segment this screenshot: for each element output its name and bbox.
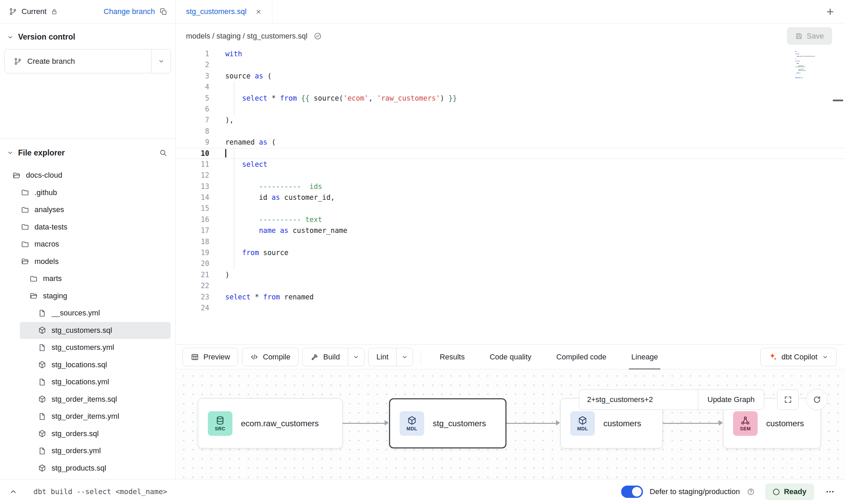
update-graph-button[interactable]: Update Graph xyxy=(698,389,764,410)
code-text xyxy=(209,203,225,214)
save-icon xyxy=(795,32,803,40)
tree-item-label: __sources.yml xyxy=(52,309,100,317)
code-line-23[interactable]: 23select * from renamed xyxy=(176,292,845,302)
copy-icon[interactable] xyxy=(159,8,167,16)
tree-item-macros[interactable]: macros xyxy=(0,236,175,253)
folder-icon xyxy=(29,275,38,283)
build-button[interactable]: Build xyxy=(302,348,348,366)
indent-guide xyxy=(234,148,234,270)
version-control-header[interactable]: Version control xyxy=(0,32,175,42)
lineage-graph[interactable]: SRCecom.raw_customersMDLstg_customersMDL… xyxy=(176,369,845,479)
tree-item-marts[interactable]: marts xyxy=(0,270,175,287)
code-line-20[interactable]: 20 xyxy=(176,258,845,269)
tree-item-stg_customers.yml[interactable]: stg_customers.yml xyxy=(0,339,175,356)
code-text: renamed as ( xyxy=(209,137,276,148)
tree-item-stg_locations.yml[interactable]: stg_locations.yml xyxy=(0,373,175,391)
new-tab-button[interactable] xyxy=(826,7,835,16)
code-line-3[interactable]: 3source as ( xyxy=(176,71,845,81)
tree-item-docs-cloud[interactable]: docs-cloud xyxy=(0,167,175,184)
create-branch-dropdown[interactable] xyxy=(151,49,171,73)
code-line-9[interactable]: 9renamed as ( xyxy=(176,137,845,148)
code-line-22[interactable]: 22 xyxy=(176,280,845,291)
code-text xyxy=(209,170,225,181)
lineage-selector-input[interactable] xyxy=(579,389,698,410)
toolbar-tab-code-quality[interactable]: Code quality xyxy=(479,344,542,369)
code-line-13[interactable]: 13 ---------- ids xyxy=(176,181,845,192)
tree-item-__sources.yml[interactable]: __sources.yml xyxy=(0,305,175,322)
file-actions-icon[interactable] xyxy=(314,32,322,40)
search-icon[interactable] xyxy=(159,149,167,157)
refresh-button[interactable] xyxy=(806,389,828,410)
tab-stg-customers-sql[interactable]: stg_customers.sql xyxy=(176,0,272,23)
help-icon[interactable] xyxy=(747,488,755,496)
dbt-copilot-button[interactable]: dbt Copilot xyxy=(760,348,837,366)
save-button[interactable]: Save xyxy=(787,27,832,45)
tree-item-stg_locations.sql[interactable]: stg_locations.sql xyxy=(0,356,175,374)
preview-button[interactable]: Preview xyxy=(183,348,238,366)
code-text: ), xyxy=(209,115,234,125)
tree-item-stg_order_items.yml[interactable]: stg_order_items.yml xyxy=(0,408,175,425)
tree-item-staging[interactable]: staging xyxy=(0,287,175,305)
line-number: 7 xyxy=(176,115,209,125)
toolbar-tab-results[interactable]: Results xyxy=(429,344,475,369)
code-line-15[interactable]: 15 xyxy=(176,203,845,214)
tree-item-stg_customers.sql[interactable]: stg_customers.sql xyxy=(20,322,171,339)
create-branch-button-group: Create branch xyxy=(4,49,171,73)
lineage-node-mdl-stg_customers[interactable]: MDLstg_customers xyxy=(389,398,506,448)
tree-item-label: models xyxy=(34,257,59,266)
build-dropdown[interactable] xyxy=(348,348,364,366)
code-line-1[interactable]: 1with xyxy=(176,48,845,59)
code-line-18[interactable]: 18 xyxy=(176,236,845,247)
file-explorer-header[interactable]: File explorer xyxy=(0,139,175,167)
more-options-button[interactable] xyxy=(825,487,835,496)
toolbar-tab-lineage[interactable]: Lineage xyxy=(621,344,669,369)
tree-item-.github[interactable]: .github xyxy=(0,184,175,202)
collapse-panel-button[interactable] xyxy=(9,487,18,496)
current-branch-label: Current xyxy=(22,7,46,16)
code-line-16[interactable]: 16 ---------- text xyxy=(176,214,845,225)
toolbar-tab-compiled-code[interactable]: Compiled code xyxy=(546,344,617,369)
branch-header: Current Change branch xyxy=(0,0,175,24)
code-line-2[interactable]: 2 xyxy=(176,59,845,70)
change-branch-link[interactable]: Change branch xyxy=(104,7,155,16)
tree-item-stg_orders.sql[interactable]: stg_orders.sql xyxy=(0,425,175,443)
model-badge: MDL xyxy=(570,411,595,436)
lint-dropdown[interactable] xyxy=(396,348,413,366)
tree-item-label: macros xyxy=(34,240,59,249)
code-line-24[interactable]: 24 xyxy=(176,302,845,313)
code-line-19[interactable]: 19 from source xyxy=(176,247,845,258)
code-line-21[interactable]: 21) xyxy=(176,269,845,280)
create-branch-button[interactable]: Create branch xyxy=(5,49,151,73)
code-line-12[interactable]: 12 xyxy=(176,170,845,181)
code-line-11[interactable]: 11 select xyxy=(176,159,845,170)
line-number: 21 xyxy=(176,269,209,280)
tree-item-data-tests[interactable]: data-tests xyxy=(0,219,175,236)
editor-pane: stg_customers.sql models / staging / stg… xyxy=(176,0,845,479)
code-line-6[interactable]: 6 xyxy=(176,104,845,115)
minimap[interactable] xyxy=(795,51,815,80)
node-label: ecom.raw_customers xyxy=(241,419,319,428)
arrowhead-icon xyxy=(719,420,723,426)
lineage-node-src-ecom.raw_customers[interactable]: SRCecom.raw_customers xyxy=(198,398,343,448)
code-line-10[interactable]: 10 xyxy=(176,148,845,159)
code-line-5[interactable]: 5 select * from {{ source('ecom', 'raw_c… xyxy=(176,93,845,104)
dbt-cloud-ide: Current Change branch Version control Cr… xyxy=(0,0,845,504)
tree-item-stg_order_items.sql[interactable]: stg_order_items.sql xyxy=(0,391,175,408)
defer-toggle[interactable] xyxy=(621,486,643,498)
lint-button[interactable]: Lint xyxy=(368,348,396,366)
code-line-14[interactable]: 14 id as customer_id, xyxy=(176,192,845,203)
ready-status-badge[interactable]: Ready xyxy=(765,484,814,500)
tab-close-icon[interactable] xyxy=(255,9,262,15)
code-line-4[interactable]: 4 xyxy=(176,81,845,92)
tree-item-stg_products.sql[interactable]: stg_products.sql xyxy=(0,460,175,477)
tree-item-models[interactable]: models xyxy=(0,253,175,270)
code-line-7[interactable]: 7), xyxy=(176,115,845,125)
code-line-8[interactable]: 8 xyxy=(176,126,845,137)
overview-cursor-marker xyxy=(833,100,843,101)
code-line-17[interactable]: 17 name as customer_name xyxy=(176,225,845,236)
code-editor[interactable]: 1with23source as (45 select * from {{ so… xyxy=(176,48,845,344)
tree-item-analyses[interactable]: analyses xyxy=(0,201,175,219)
tree-item-stg_orders.yml[interactable]: stg_orders.yml xyxy=(0,442,175,460)
fullscreen-button[interactable] xyxy=(777,389,799,410)
compile-button[interactable]: Compile xyxy=(242,348,299,366)
